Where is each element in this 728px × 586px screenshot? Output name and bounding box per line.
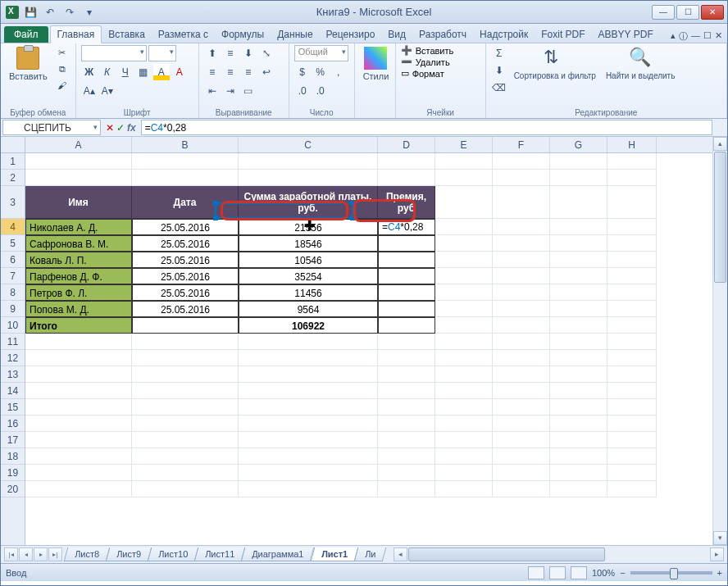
fill-icon[interactable]: ⬇ [491, 62, 507, 79]
doc-minimize-icon[interactable]: — [691, 30, 700, 43]
cell[interactable] [25, 334, 132, 350]
cell-date[interactable]: 25.05.2016 [132, 235, 239, 252]
tab-review[interactable]: Рецензиро [320, 26, 382, 43]
row-header-3[interactable]: 3 [1, 186, 25, 219]
cell-total-bonus[interactable] [378, 317, 435, 334]
cell[interactable] [239, 432, 378, 448]
row-header-4[interactable]: 4 [1, 219, 25, 235]
select-all-corner[interactable] [1, 137, 25, 153]
cell-name[interactable]: Николаев А. Д. [25, 219, 132, 235]
cell[interactable] [550, 317, 607, 334]
close-button[interactable]: ✕ [701, 5, 724, 20]
row-header-8[interactable]: 8 [1, 284, 25, 301]
col-header-H[interactable]: H [607, 137, 657, 152]
row-header-20[interactable]: 20 [1, 481, 25, 497]
row-header-5[interactable]: 5 [1, 235, 25, 252]
percent-icon[interactable]: % [312, 64, 329, 80]
spreadsheet-grid[interactable]: ABCDEFGH 1234567891011121314151617181920… [1, 137, 727, 545]
increase-indent-icon[interactable]: ⇥ [222, 83, 239, 99]
cell[interactable] [550, 334, 607, 350]
tab-page-layout[interactable]: Разметка с [152, 26, 215, 43]
formula-input[interactable]: =C4*0,28 [141, 120, 712, 135]
scroll-left-icon[interactable]: ◂ [394, 547, 407, 561]
cell[interactable] [493, 481, 550, 497]
cell[interactable] [378, 383, 435, 399]
cell[interactable] [239, 399, 378, 416]
cell[interactable] [493, 317, 550, 334]
cell-total-date[interactable] [132, 317, 239, 334]
zoom-out-icon[interactable]: − [620, 568, 625, 578]
cell-salary[interactable]: 10546 [239, 252, 378, 268]
cell[interactable] [378, 366, 435, 383]
col-header-D[interactable]: D [378, 137, 435, 152]
prev-sheet-icon[interactable]: ◂ [19, 547, 33, 561]
sheet-tab-Лист8[interactable]: Лист8 [64, 547, 111, 561]
cell-bonus[interactable] [378, 268, 435, 284]
row-header-11[interactable]: 11 [1, 334, 25, 350]
cell[interactable] [607, 170, 657, 186]
cell-date[interactable]: 25.05.2016 [132, 219, 239, 235]
cell[interactable] [239, 465, 378, 481]
cell-name[interactable]: Парфенов Д. Ф. [25, 268, 132, 284]
copy-icon[interactable]: ⧉ [54, 61, 71, 76]
cell[interactable] [132, 153, 239, 170]
merge-icon[interactable]: ▭ [240, 83, 257, 99]
header-bonus[interactable]: Премия, руб [378, 186, 435, 219]
cell-date[interactable]: 25.05.2016 [132, 252, 239, 268]
decrease-indent-icon[interactable]: ⇤ [204, 83, 221, 99]
col-header-G[interactable]: G [550, 137, 607, 152]
cell-total-label[interactable]: Итого [25, 317, 132, 334]
cell[interactable] [25, 465, 132, 481]
cell[interactable] [550, 268, 607, 284]
cell[interactable] [239, 481, 378, 497]
cell[interactable] [132, 432, 239, 448]
cell[interactable] [493, 366, 550, 383]
column-headers[interactable]: ABCDEFGH [25, 137, 712, 153]
help-icon[interactable]: ⓘ [679, 30, 688, 43]
cell[interactable] [132, 465, 239, 481]
cell[interactable] [550, 301, 607, 317]
cell[interactable] [435, 301, 493, 317]
font-size-combo[interactable] [148, 45, 176, 61]
fill-color-button[interactable]: A [153, 64, 170, 80]
cell[interactable] [493, 432, 550, 448]
cell[interactable] [607, 252, 657, 268]
format-cells-button[interactable]: ▭Формат [401, 68, 444, 79]
cell[interactable] [607, 301, 657, 317]
cell[interactable] [435, 399, 493, 416]
cell[interactable] [435, 170, 493, 186]
first-sheet-icon[interactable]: |◂ [4, 547, 18, 561]
cell[interactable] [378, 153, 435, 170]
sheet-tab-Лист10[interactable]: Лист10 [148, 547, 199, 561]
align-top-icon[interactable]: ⬆ [204, 45, 221, 61]
cell[interactable] [607, 465, 657, 481]
sort-filter-button[interactable]: ⇅Сортировка и фильтр [511, 45, 599, 82]
cell[interactable] [550, 235, 607, 252]
cell[interactable] [25, 448, 132, 465]
col-header-E[interactable]: E [435, 137, 493, 152]
cell[interactable] [493, 334, 550, 350]
underline-button[interactable]: Ч [117, 64, 134, 80]
wrap-text-icon[interactable]: ↩ [258, 64, 275, 80]
cell[interactable] [607, 366, 657, 383]
row-header-1[interactable]: 1 [1, 153, 25, 170]
align-center-icon[interactable]: ≡ [222, 64, 239, 80]
cell[interactable] [435, 366, 493, 383]
save-icon[interactable]: 💾 [22, 4, 39, 20]
cell[interactable] [550, 383, 607, 399]
cell[interactable] [607, 334, 657, 350]
sheet-tab-Лист9[interactable]: Лист9 [106, 547, 152, 561]
cancel-formula-icon[interactable]: ✕ [106, 122, 114, 134]
cell[interactable] [550, 284, 607, 301]
cell[interactable] [493, 153, 550, 170]
cell[interactable] [493, 465, 550, 481]
cell[interactable] [378, 399, 435, 416]
insert-cells-button[interactable]: ➕Вставить [401, 45, 454, 56]
cell[interactable] [607, 186, 657, 219]
cell-bonus[interactable] [378, 301, 435, 317]
cell[interactable] [493, 416, 550, 432]
find-select-button[interactable]: 🔍Найти и выделить [603, 45, 678, 82]
increase-decimal-icon[interactable]: .0 [294, 83, 311, 99]
cell[interactable] [378, 350, 435, 366]
sheet-tab-Ли[interactable]: Ли [354, 547, 387, 561]
